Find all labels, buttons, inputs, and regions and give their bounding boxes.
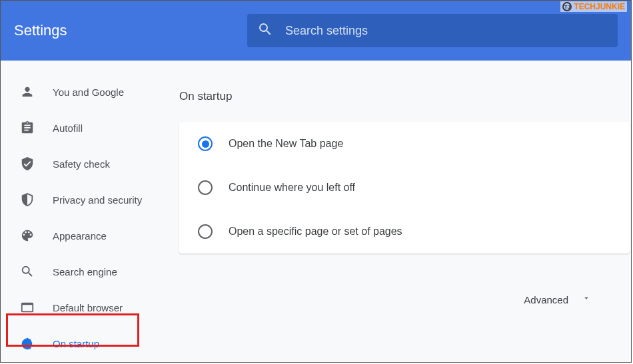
radio-button[interactable] <box>198 180 213 195</box>
palette-icon <box>19 228 35 244</box>
main-content: On startup Open the New Tab page Continu… <box>179 61 631 362</box>
option-label: Continue where you left off <box>229 182 355 194</box>
search-bar[interactable] <box>247 14 618 47</box>
sidebar-item-label: Search engine <box>53 266 117 277</box>
sidebar-item-label: On startup <box>53 338 99 349</box>
sidebar-item-appearance[interactable]: Appearance <box>1 218 179 254</box>
option-specific-pages[interactable]: Open a specific page or set of pages <box>179 210 630 254</box>
radio-button[interactable] <box>198 224 213 239</box>
sidebar-item-safety-check[interactable]: Safety check <box>1 146 179 182</box>
startup-options-card: Open the New Tab page Continue where you… <box>179 122 630 254</box>
watermark-badge: TJTECHJUNKIE <box>560 1 627 12</box>
shield-icon <box>19 192 35 208</box>
search-icon <box>257 21 273 40</box>
person-icon <box>19 84 35 100</box>
option-label: Open a specific page or set of pages <box>229 226 402 238</box>
sidebar-item-label: Autofill <box>53 122 83 134</box>
sidebar-item-autofill[interactable]: Autofill <box>1 110 179 146</box>
advanced-toggle[interactable]: Advanced <box>524 293 591 305</box>
page-title: Settings <box>14 22 247 39</box>
sidebar-item-privacy-security[interactable]: Privacy and security <box>1 182 179 218</box>
search-input[interactable] <box>285 24 608 38</box>
radio-button[interactable] <box>198 136 213 151</box>
sidebar-item-label: Appearance <box>53 230 107 242</box>
power-icon <box>19 335 35 351</box>
section-title: On startup <box>179 90 631 103</box>
browser-icon <box>19 299 35 315</box>
clipboard-icon <box>19 120 35 136</box>
sidebar-item-default-browser[interactable]: Default browser <box>1 289 179 325</box>
sidebar-item-label: You and Google <box>53 87 124 98</box>
sidebar-item-label: Privacy and security <box>53 194 142 206</box>
search-icon <box>19 264 35 279</box>
sidebar-item-label: Default browser <box>53 302 123 313</box>
advanced-label: Advanced <box>524 294 568 305</box>
sidebar-item-label: Safety check <box>53 158 110 170</box>
app-header: Settings <box>1 1 631 61</box>
sidebar: You and Google Autofill Safety check Pri… <box>1 61 179 362</box>
option-label: Open the New Tab page <box>229 138 343 150</box>
option-new-tab[interactable]: Open the New Tab page <box>179 122 630 166</box>
option-continue[interactable]: Continue where you left off <box>179 166 630 210</box>
shield-check-icon <box>19 156 35 172</box>
sidebar-item-on-startup[interactable]: On startup <box>1 325 179 361</box>
sidebar-item-you-and-google[interactable]: You and Google <box>1 74 179 110</box>
chevron-down-icon <box>582 293 591 305</box>
sidebar-item-search-engine[interactable]: Search engine <box>1 254 179 289</box>
